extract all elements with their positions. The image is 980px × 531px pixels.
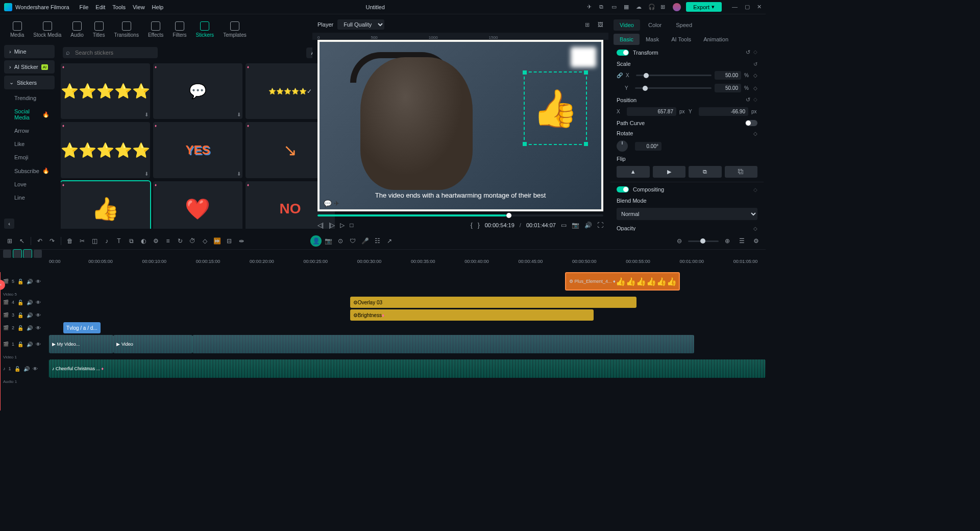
path-curve-toggle[interactable] bbox=[745, 120, 757, 126]
resize-handle[interactable] bbox=[523, 70, 527, 75]
apps-icon[interactable]: ⊞ bbox=[660, 4, 668, 11]
tl-green-icon[interactable]: 👤 bbox=[310, 235, 322, 247]
flip-v-button[interactable]: ▶ bbox=[653, 166, 686, 178]
mute-icon[interactable]: 🔊 bbox=[27, 312, 33, 318]
clip-sticker[interactable]: ⚙ Plus_Element_4... ♦ 👍👍👍👍👍👍 bbox=[565, 272, 680, 291]
menu-edit[interactable]: Edit bbox=[95, 4, 105, 10]
eye-icon[interactable]: 👁 bbox=[36, 300, 41, 305]
keyframe-icon[interactable]: ◇ bbox=[753, 73, 757, 78]
keyframe-icon[interactable]: ◇ bbox=[753, 49, 757, 56]
download-icon[interactable]: ⬇ bbox=[237, 171, 241, 177]
tl-tool-icon[interactable]: ⚙ bbox=[150, 235, 161, 247]
tl-adjust-icon[interactable]: ≡ bbox=[162, 235, 174, 247]
download-icon[interactable]: ⬇ bbox=[237, 112, 241, 117]
tab-audio[interactable]: Audio bbox=[66, 19, 88, 40]
cloud-icon[interactable]: ☁ bbox=[636, 4, 643, 11]
keyframe-icon[interactable]: ◇ bbox=[753, 187, 757, 192]
subcat-emoji[interactable]: Emoji bbox=[4, 151, 55, 164]
next-frame-button[interactable]: |▷ bbox=[329, 222, 335, 229]
tl-cursor-icon[interactable]: ↖ bbox=[16, 235, 28, 247]
snapshot-icon[interactable]: 📷 bbox=[572, 222, 579, 229]
link-icon[interactable]: 🔗 bbox=[617, 73, 623, 78]
tl-key-icon[interactable]: ◇ bbox=[199, 235, 210, 247]
tl-delete-icon[interactable]: 🗑 bbox=[64, 235, 76, 247]
keyframe-icon[interactable]: ◇ bbox=[753, 226, 757, 231]
clip-video-2[interactable]: ▶ Video bbox=[113, 335, 192, 353]
resize-handle[interactable] bbox=[584, 142, 588, 146]
reset-icon[interactable]: ↺ bbox=[753, 61, 757, 67]
cat-ai-sticker[interactable]: ›AI StickerAI bbox=[4, 60, 55, 74]
subtab-basic[interactable]: Basic bbox=[614, 34, 640, 45]
bracket-in-icon[interactable]: { bbox=[471, 222, 473, 229]
library-icon[interactable]: ▦ bbox=[624, 4, 631, 11]
eye-icon[interactable]: 👁 bbox=[36, 312, 41, 318]
avatar-icon[interactable] bbox=[673, 3, 681, 11]
tl-select-icon[interactable]: ⊞ bbox=[4, 235, 15, 247]
tl-magnet-icon[interactable] bbox=[3, 250, 11, 258]
tl-undo-icon[interactable]: ↶ bbox=[34, 235, 45, 247]
mute-icon[interactable]: 🔊 bbox=[27, 300, 33, 305]
tl-link-icon[interactable] bbox=[13, 250, 21, 258]
subtab-animation[interactable]: Animation bbox=[697, 34, 734, 45]
mute-icon[interactable]: 🔊 bbox=[27, 342, 33, 347]
tl-cut-icon[interactable]: ✂ bbox=[77, 235, 88, 247]
subcat-social-media[interactable]: Social Media 🔥 bbox=[4, 105, 55, 124]
clip-video-1[interactable]: ▶ My Video... bbox=[49, 335, 113, 353]
menu-file[interactable]: File bbox=[80, 4, 89, 10]
download-icon[interactable]: ⬇ bbox=[144, 171, 149, 177]
lock-icon[interactable]: 🔓 bbox=[14, 366, 20, 372]
lock-icon[interactable]: 🔓 bbox=[17, 312, 23, 318]
flip-paste-button[interactable]: ⿻ bbox=[725, 166, 758, 178]
lock-icon[interactable]: 🔓 bbox=[17, 279, 23, 284]
tl-speed-icon[interactable]: ⏩ bbox=[211, 235, 223, 247]
resize-handle[interactable] bbox=[523, 142, 527, 146]
tl-shield-icon[interactable]: 🛡 bbox=[347, 235, 358, 247]
mute-icon[interactable]: 🔊 bbox=[27, 325, 33, 331]
subcat-like[interactable]: Like bbox=[4, 137, 55, 151]
scale-y-slider[interactable] bbox=[635, 87, 712, 89]
play-button[interactable]: ▷ bbox=[340, 222, 345, 229]
minimize-button[interactable]: — bbox=[732, 4, 738, 10]
subtab-mask[interactable]: Mask bbox=[640, 34, 665, 45]
flip-h-button[interactable]: ▲ bbox=[617, 166, 650, 178]
clip-audio[interactable]: ♪ Cheerful Christmas ... ♦ bbox=[49, 359, 766, 378]
fullscreen-icon[interactable]: ⛶ bbox=[597, 222, 603, 229]
zoom-slider[interactable] bbox=[688, 240, 719, 242]
rotate-input[interactable] bbox=[635, 142, 662, 151]
lock-icon[interactable]: 🔓 bbox=[17, 342, 23, 347]
tl-cam-icon[interactable]: 📷 bbox=[323, 235, 334, 247]
tab-filters[interactable]: Filters bbox=[168, 19, 190, 40]
export-button[interactable]: Export▾ bbox=[686, 2, 722, 12]
zoom-in-icon[interactable]: ⊕ bbox=[722, 235, 733, 247]
eye-icon[interactable]: 👁 bbox=[36, 325, 41, 331]
subcat-line[interactable]: Line bbox=[4, 191, 55, 204]
sticker-item[interactable]: ♦💬⬇ bbox=[153, 63, 242, 119]
lock-icon[interactable]: 🔓 bbox=[17, 300, 23, 305]
quality-select[interactable]: Full Quality bbox=[337, 19, 384, 30]
display-icon[interactable]: ▭ bbox=[561, 222, 567, 229]
timeline-ruler[interactable]: 00:00 00:00:05:00 00:00:10:00 00:00:15:0… bbox=[0, 258, 766, 272]
send-icon[interactable]: ✈ bbox=[587, 4, 594, 11]
clip-video-3[interactable] bbox=[192, 335, 694, 353]
tab-transitions[interactable]: Transitions bbox=[110, 19, 143, 40]
keyframe-icon[interactable]: ◇ bbox=[753, 85, 757, 91]
reset-icon[interactable]: ↺ bbox=[746, 49, 750, 56]
layout-icon[interactable]: ⊞ bbox=[585, 21, 590, 28]
pos-y-input[interactable] bbox=[699, 107, 748, 116]
mute-icon[interactable]: 🔊 bbox=[27, 279, 33, 284]
prop-tab-speed[interactable]: Speed bbox=[670, 19, 698, 31]
flip-copy-button[interactable]: ⧉ bbox=[689, 166, 722, 178]
subcat-trending[interactable]: Trending bbox=[4, 91, 55, 105]
eye-icon[interactable]: 👁 bbox=[33, 366, 38, 372]
menu-tools[interactable]: Tools bbox=[112, 4, 126, 10]
tl-sync-icon[interactable] bbox=[23, 250, 32, 258]
tab-stickers[interactable]: Stickers bbox=[192, 19, 218, 40]
mute-icon[interactable]: 🔊 bbox=[23, 366, 30, 372]
tl-mic-icon[interactable]: 🎤 bbox=[359, 235, 371, 247]
pos-x-input[interactable] bbox=[627, 107, 676, 116]
cat-stickers[interactable]: ⌄Stickers bbox=[4, 76, 55, 89]
tab-stock[interactable]: Stock Media bbox=[29, 19, 65, 40]
scrubber-handle[interactable] bbox=[506, 213, 511, 218]
tab-templates[interactable]: Templates bbox=[219, 19, 251, 40]
sticker-item[interactable]: ♦⭐⭐⭐⭐⭐⬇ bbox=[61, 122, 150, 178]
